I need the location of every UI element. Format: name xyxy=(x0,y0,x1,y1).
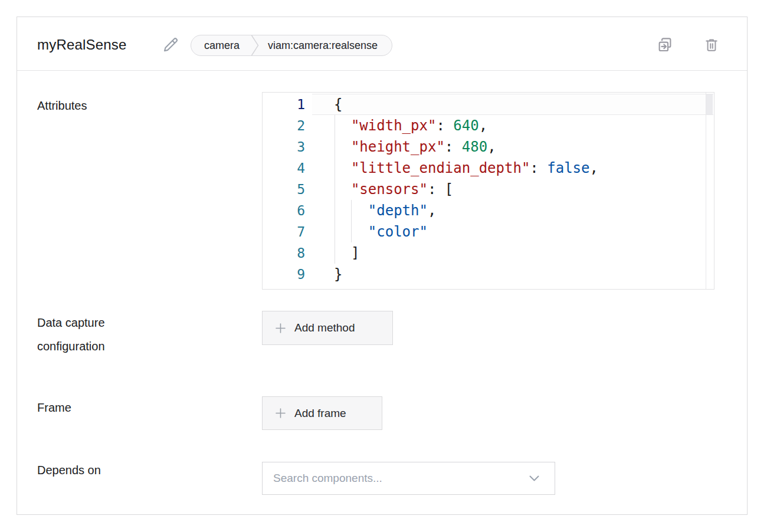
code-text: "depth", xyxy=(334,200,714,221)
attributes-json-editor[interactable]: 1{2 "width_px": 640,3 "height_px": 480,4… xyxy=(262,92,714,290)
data-capture-label: Data capture configuration xyxy=(37,311,155,358)
code-text: "sensors": [ xyxy=(334,179,714,200)
add-frame-button[interactable]: Add frame xyxy=(262,396,382,430)
component-card-header: myRealSense camera viam:camera:realsense xyxy=(17,17,747,71)
line-number: 9 xyxy=(263,264,305,285)
code-line: 6 "depth", xyxy=(263,200,714,221)
code-line: 7 "color" xyxy=(263,221,714,242)
editor-scrollbar-track xyxy=(706,93,706,289)
code-text: "width_px": 640, xyxy=(334,115,714,136)
line-number: 6 xyxy=(263,200,305,221)
frame-label: Frame xyxy=(37,396,71,419)
code-line: 2 "width_px": 640, xyxy=(263,115,714,136)
code-line: 4 "little_endian_depth": false, xyxy=(263,157,714,179)
line-number: 3 xyxy=(263,136,305,157)
depends-on-label: Depends on xyxy=(37,458,101,482)
duplicate-icon xyxy=(656,36,674,54)
chevron-down-icon[interactable] xyxy=(529,475,539,481)
editor-scrollbar-thumb[interactable] xyxy=(706,94,713,114)
component-card: myRealSense camera viam:camera:realsense xyxy=(17,17,748,515)
line-number: 5 xyxy=(263,179,305,200)
rename-button[interactable] xyxy=(159,33,182,57)
code-text: { xyxy=(334,94,714,115)
pencil-icon xyxy=(162,37,179,53)
attributes-label: Attributes xyxy=(37,94,87,117)
code-text: "height_px": 480, xyxy=(334,136,714,157)
add-method-label: Add method xyxy=(294,321,355,334)
component-model: viam:camera:realsense xyxy=(260,35,392,55)
code-line: 1{ xyxy=(263,94,714,115)
duplicate-button[interactable] xyxy=(653,33,677,57)
code-text: ] xyxy=(334,242,714,264)
plus-icon xyxy=(276,408,286,418)
line-number: 2 xyxy=(263,115,305,136)
code-text: "color" xyxy=(334,221,714,242)
code-line: 9} xyxy=(263,264,714,285)
code-line: 3 "height_px": 480, xyxy=(263,136,714,157)
component-type: camera xyxy=(191,35,250,55)
depends-on-select[interactable] xyxy=(262,462,555,495)
code-text: } xyxy=(334,264,714,285)
plus-icon xyxy=(276,323,286,333)
trash-icon xyxy=(703,37,720,53)
code-text: "little_endian_depth": false, xyxy=(334,157,714,179)
depends-on-search-input[interactable] xyxy=(263,472,529,485)
delete-button[interactable] xyxy=(700,33,723,57)
type-model-pill: camera viam:camera:realsense xyxy=(191,35,392,56)
line-number: 8 xyxy=(263,242,305,264)
line-number: 4 xyxy=(263,157,305,179)
line-number: 1 xyxy=(263,94,305,115)
code-line: 8 ] xyxy=(263,242,714,264)
add-method-button[interactable]: Add method xyxy=(262,311,393,345)
line-number: 7 xyxy=(263,221,305,242)
breadcrumb-chevron-icon xyxy=(250,35,260,56)
add-frame-label: Add frame xyxy=(294,407,346,420)
code-line: 5 "sensors": [ xyxy=(263,179,714,200)
component-name: myRealSense xyxy=(37,37,127,53)
